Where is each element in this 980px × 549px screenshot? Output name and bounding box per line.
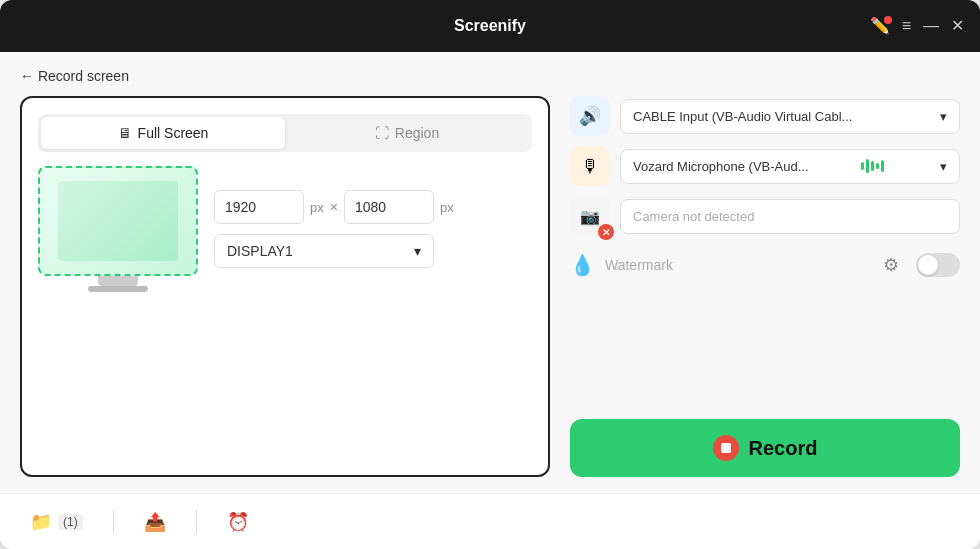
bottom-toolbar: 📁 (1) 📤 ⏰ bbox=[0, 493, 980, 549]
timer-button[interactable]: ⏰ bbox=[217, 505, 259, 539]
watermark-settings-button[interactable]: ⚙ bbox=[876, 250, 906, 280]
display-chevron-icon: ▾ bbox=[414, 243, 421, 259]
mic-select[interactable]: Vozard Microphone (VB-Aud... ▾ bbox=[620, 149, 960, 184]
toolbar-divider-2 bbox=[196, 510, 197, 534]
width-input[interactable] bbox=[214, 190, 304, 224]
export-button[interactable]: 📤 bbox=[134, 505, 176, 539]
main-row: 🖥 Full Screen ⛶ Region bbox=[20, 96, 960, 477]
watermark-toggle[interactable] bbox=[916, 253, 960, 277]
camera-select[interactable]: Camera not detected bbox=[620, 199, 960, 234]
camera-icon: 📷 bbox=[580, 207, 600, 226]
monitor-wrap bbox=[38, 166, 198, 292]
monitor-base bbox=[88, 286, 148, 292]
screen-preview-row: px × px DISPLAY1 ▾ bbox=[38, 166, 532, 292]
app-title: Screenify bbox=[454, 17, 526, 35]
speaker-chevron-icon: ▾ bbox=[940, 109, 947, 124]
speaker-icon-btn[interactable]: 🔊 bbox=[570, 96, 610, 136]
mic-chevron-icon: ▾ bbox=[940, 159, 947, 174]
width-unit: px bbox=[310, 200, 324, 215]
height-input[interactable] bbox=[344, 190, 434, 224]
audio-wave bbox=[861, 159, 884, 173]
region-icon: ⛶ bbox=[375, 125, 389, 141]
timer-icon: ⏰ bbox=[227, 511, 249, 533]
files-badge: (1) bbox=[58, 514, 83, 530]
mic-icon: 🎙 bbox=[581, 156, 599, 177]
speaker-device-label: CABLE Input (VB-Audio Virtual Cabl... bbox=[633, 109, 852, 124]
app-window: Screenify ✏️ ≡ — ✕ ← Record screen 🖥 bbox=[0, 0, 980, 549]
toggle-knob bbox=[918, 255, 938, 275]
watermark-icon: 💧 bbox=[570, 253, 595, 277]
camera-placeholder: Camera not detected bbox=[633, 209, 754, 224]
watermark-label: Watermark bbox=[605, 257, 866, 273]
camera-row: 📷 ✕ Camera not detected bbox=[570, 196, 960, 236]
left-panel: 🖥 Full Screen ⛶ Region bbox=[20, 96, 550, 477]
tab-region[interactable]: ⛶ Region bbox=[285, 117, 529, 149]
edit-dot bbox=[884, 16, 892, 24]
right-panel: 🔊 CABLE Input (VB-Audio Virtual Cabl... … bbox=[570, 96, 960, 477]
speaker-row: 🔊 CABLE Input (VB-Audio Virtual Cabl... … bbox=[570, 96, 960, 136]
size-row: px × px bbox=[214, 190, 454, 224]
monitor-frame bbox=[38, 166, 198, 276]
speaker-select[interactable]: CABLE Input (VB-Audio Virtual Cabl... ▾ bbox=[620, 99, 960, 134]
record-icon bbox=[713, 435, 739, 461]
fullscreen-tab-label: Full Screen bbox=[138, 125, 209, 141]
watermark-row: 💧 Watermark ⚙ bbox=[570, 246, 960, 284]
files-button[interactable]: 📁 (1) bbox=[20, 505, 93, 539]
camera-disabled-icon: ✕ bbox=[598, 224, 614, 240]
size-inputs: px × px DISPLAY1 ▾ bbox=[214, 190, 454, 268]
camera-icon-btn[interactable]: 📷 ✕ bbox=[570, 196, 610, 236]
monitor-icon: 🖥 bbox=[118, 125, 132, 141]
title-bar: Screenify ✏️ ≡ — ✕ bbox=[0, 0, 980, 52]
monitor-stand bbox=[98, 276, 138, 286]
display-select[interactable]: DISPLAY1 ▾ bbox=[214, 234, 434, 268]
folder-icon: 📁 bbox=[30, 511, 52, 533]
record-button-label: Record bbox=[749, 437, 818, 460]
toolbar-divider-1 bbox=[113, 510, 114, 534]
record-button[interactable]: Record bbox=[570, 419, 960, 477]
height-unit: px bbox=[440, 200, 454, 215]
record-inner-square bbox=[721, 443, 731, 453]
mode-tabs: 🖥 Full Screen ⛶ Region bbox=[38, 114, 532, 152]
mic-row: 🎙 Vozard Microphone (VB-Aud... ▾ bbox=[570, 146, 960, 186]
display-value: DISPLAY1 bbox=[227, 243, 293, 259]
tab-fullscreen[interactable]: 🖥 Full Screen bbox=[41, 117, 285, 149]
menu-icon[interactable]: ≡ bbox=[902, 18, 911, 34]
edit-icon-wrap[interactable]: ✏️ bbox=[870, 18, 890, 34]
export-icon: 📤 bbox=[144, 511, 166, 533]
region-tab-label: Region bbox=[395, 125, 439, 141]
monitor-screen bbox=[58, 181, 178, 261]
content-area: ← Record screen 🖥 Full Screen ⛶ Region bbox=[0, 52, 980, 493]
mic-icon-btn[interactable]: 🎙 bbox=[570, 146, 610, 186]
back-nav[interactable]: ← Record screen bbox=[20, 68, 960, 84]
close-button[interactable]: ✕ bbox=[951, 18, 964, 34]
minimize-button[interactable]: — bbox=[923, 18, 939, 34]
speaker-icon: 🔊 bbox=[579, 105, 601, 127]
back-label: ← Record screen bbox=[20, 68, 129, 84]
size-x-separator: × bbox=[330, 199, 338, 215]
mic-device-label: Vozard Microphone (VB-Aud... bbox=[633, 159, 809, 174]
window-controls: ✏️ ≡ — ✕ bbox=[870, 18, 964, 34]
